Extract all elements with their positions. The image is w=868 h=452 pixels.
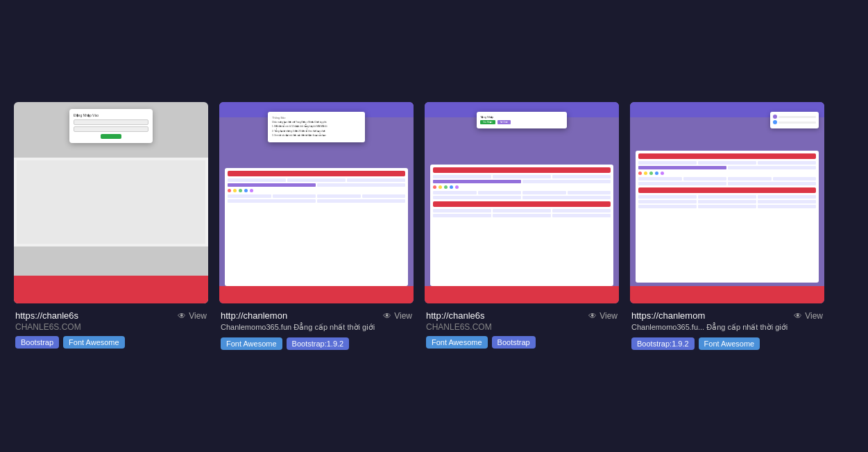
card-3-url: http://chanle6s [426,310,485,321]
card-4-info: https://chanlemom 👁 View Chanlemomo365.f… [630,310,824,349]
card-4-tag-bootstrap[interactable]: Bootstrap:1.9.2 [631,337,695,350]
card-1-view-label: View [189,311,207,321]
card-1: Đặng Nhập Vào https://chanle6s 👁 View [14,102,208,349]
card-4-tag-fontawesome[interactable]: Font Awesome [699,337,760,350]
card-2-url-row: http://chanlemon 👁 View [221,310,412,321]
card-4: https://chanlemom 👁 View Chanlemomo365.f… [630,102,824,349]
card-2-thumbnail[interactable]: Thông Báo Chào mừng bạn đến với Trang Đi… [219,102,414,303]
card-2-tag-bootstrap[interactable]: Bootstrap:1.9.2 [287,337,350,350]
card-2-view-label: View [394,311,412,321]
card-3-thumbnail[interactable]: Tặng Nhập Xác Nhận Từ Chối [425,102,619,303]
card-4-url: https://chanlemom [631,310,705,321]
card-3: Tặng Nhập Xác Nhận Từ Chối [425,102,619,349]
card-1-tag-fontawesome[interactable]: Font Awesome [63,336,125,349]
card-2: Thông Báo Chào mừng bạn đến với Trang Đi… [219,102,414,349]
card-4-url-row: https://chanlemom 👁 View [631,310,823,321]
card-3-view-label: View [599,311,618,321]
card-3-domain: CHANLE6S.COM [426,322,618,332]
card-1-tag-bootstrap[interactable]: Bootstrap [15,336,59,349]
eye-icon: 👁 [178,311,186,321]
gallery-container: Đặng Nhập Vào https://chanle6s 👁 View [14,102,854,349]
card-4-thumbnail[interactable] [630,102,824,303]
card-3-tag-fontawesome[interactable]: Font Awesome [426,336,488,349]
card-1-info: https://chanle6s 👁 View CHANLE6S.COM Boo… [14,310,208,349]
card-1-url-row: https://chanle6s 👁 View [15,310,207,321]
card-3-info: http://chanle6s 👁 View CHANLE6S.COM Font… [425,310,619,349]
eye-icon-3: 👁 [588,311,597,321]
card-2-desc: Chanlemomo365.fun Đẳng cấp nhất thời giớ… [221,322,412,333]
card-3-url-row: http://chanle6s 👁 View [426,310,618,321]
card-2-tag-fontawesome[interactable]: Font Awesome [221,337,282,350]
card-4-view-label: View [805,311,823,321]
card-4-tags: Bootstrap:1.9.2 Font Awesome [631,337,823,350]
eye-icon-4: 👁 [794,311,802,321]
card-3-view-btn[interactable]: 👁 View [588,311,618,321]
card-2-url: http://chanlemon [221,310,287,321]
card-4-desc: Chanlemomo365.fu... Đẳng cấp nhất thời g… [631,322,823,333]
card-2-tags: Font Awesome Bootstrap:1.9.2 [221,337,412,350]
card-3-tag-bootstrap[interactable]: Bootstrap [492,336,536,349]
card-1-url: https://chanle6s [15,310,78,321]
card-1-view-btn[interactable]: 👁 View [178,311,207,321]
card-2-info: http://chanlemon 👁 View Chanlemomo365.fu… [219,310,414,349]
card-1-thumbnail[interactable]: Đặng Nhập Vào [14,102,208,303]
card-4-view-btn[interactable]: 👁 View [794,311,823,321]
card-2-view-btn[interactable]: 👁 View [383,311,412,321]
card-1-tags: Bootstrap Font Awesome [15,336,207,349]
eye-icon-2: 👁 [383,311,391,321]
card-3-tags: Font Awesome Bootstrap [426,336,618,349]
card-1-domain: CHANLE6S.COM [15,322,207,332]
